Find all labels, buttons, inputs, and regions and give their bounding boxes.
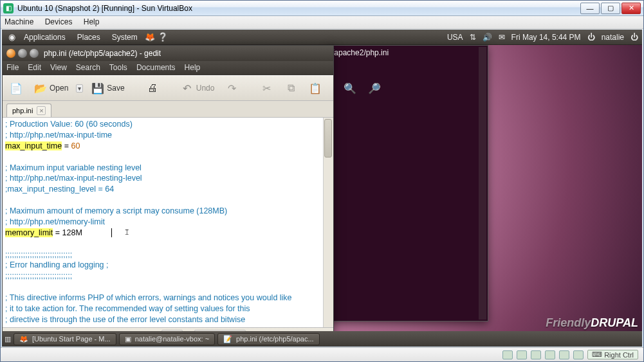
vbox-statusbar: ⌨Right Ctrl bbox=[1, 347, 643, 361]
folder-open-icon: 📂 bbox=[33, 81, 48, 95]
vbox-hdd-icon[interactable] bbox=[502, 350, 513, 359]
tab-label: php.ini bbox=[12, 107, 33, 114]
open-recent-dropdown[interactable]: ▾ bbox=[76, 84, 83, 93]
vbox-menu-help[interactable]: Help bbox=[84, 17, 100, 26]
close-button[interactable]: ✕ bbox=[621, 3, 641, 14]
ini-key: memory_limit bbox=[5, 228, 53, 237]
vbox-titlebar[interactable]: ◧ Ubuntu 10 (Snapshot 2) [Running] - Sun… bbox=[1, 1, 643, 16]
gedit-icon: 📝 bbox=[223, 335, 232, 343]
vbox-cd-icon[interactable] bbox=[517, 350, 527, 359]
vbox-mouse-icon[interactable] bbox=[573, 350, 584, 359]
menu-places[interactable]: Places bbox=[72, 33, 106, 42]
user-menu[interactable]: natalie bbox=[602, 33, 624, 42]
clock[interactable]: Fri May 14, 5:44 PM bbox=[511, 33, 581, 42]
copy-icon: ⧉ bbox=[284, 81, 298, 95]
terminal-output: /apache2/php.ini bbox=[332, 48, 484, 57]
gnome-top-panel[interactable]: ◉ Applications Places System 🦊 ❔ USA ⇅ 🔊… bbox=[2, 30, 642, 45]
vbox-shared-icon[interactable] bbox=[559, 350, 569, 359]
keyboard-indicator[interactable]: USA bbox=[447, 33, 463, 42]
mail-icon[interactable]: ✉ bbox=[499, 33, 505, 42]
menu-system[interactable]: System bbox=[107, 33, 143, 42]
gedit-window[interactable]: php.ini (/etc/php5/apache2) - gedit File… bbox=[2, 45, 334, 342]
taskbar-item-firefox[interactable]: 🦊[Ubuntu Start Page - M... bbox=[14, 333, 116, 345]
editor-scrollbar[interactable] bbox=[323, 118, 333, 327]
taskbar-item-gedit[interactable]: 📝php.ini (/etc/php5/apac... bbox=[217, 333, 319, 345]
gedit-titlebar[interactable]: php.ini (/etc/php5/apache2) - gedit bbox=[3, 46, 333, 61]
virtualbox-window: ◧ Ubuntu 10 (Snapshot 2) [Running] - Sun… bbox=[0, 0, 644, 362]
watermark: FriendlyDRUPAL bbox=[546, 316, 638, 330]
undo-button[interactable]: ↶Undo bbox=[178, 79, 217, 97]
vbox-net-icon[interactable] bbox=[531, 350, 541, 359]
scrollbar-thumb[interactable] bbox=[324, 119, 332, 158]
gedit-close-button[interactable] bbox=[6, 49, 15, 58]
shutdown-icon[interactable]: ⏻ bbox=[587, 33, 595, 42]
redo-button[interactable]: ↷ bbox=[222, 79, 241, 97]
vbox-usb-icon[interactable] bbox=[545, 350, 555, 359]
gedit-title: php.ini (/etc/php5/apache2) - gedit bbox=[44, 49, 161, 58]
gedit-maximize-button[interactable] bbox=[30, 49, 39, 58]
vbox-title: Ubuntu 10 (Snapshot 2) [Running] - Sun V… bbox=[17, 4, 580, 13]
cut-icon: ✂ bbox=[259, 81, 273, 95]
minimize-button[interactable]: — bbox=[580, 3, 600, 14]
maximize-button[interactable]: ▢ bbox=[601, 3, 620, 14]
save-icon: 💾 bbox=[91, 81, 105, 95]
vbox-menubar[interactable]: Machine Devices Help bbox=[1, 16, 643, 29]
vbox-hostkey[interactable]: ⌨Right Ctrl bbox=[587, 350, 638, 359]
print-icon: 🖨 bbox=[145, 81, 160, 95]
search-icon: 🔍 bbox=[343, 81, 357, 95]
ini-key: max_input_time bbox=[5, 141, 62, 150]
redo-icon: ↷ bbox=[225, 81, 239, 95]
gedit-menu-documents[interactable]: Documents bbox=[136, 63, 176, 73]
replace-button[interactable]: 🔎 bbox=[365, 79, 384, 97]
gedit-menubar[interactable]: File Edit View Search Tools Documents He… bbox=[3, 61, 333, 75]
tab-close-icon[interactable]: × bbox=[37, 106, 46, 115]
gedit-tabstrip: php.ini × bbox=[3, 101, 333, 118]
gedit-toolbar: 📄 📂Open ▾ 💾Save 🖨 ↶Undo ↷ ✂ ⧉ 📋 🔍 🔎 bbox=[3, 75, 333, 101]
vbox-menu-machine[interactable]: Machine bbox=[5, 17, 33, 26]
search-replace-icon: 🔎 bbox=[367, 81, 382, 95]
terminal-icon: ▣ bbox=[125, 335, 131, 343]
gedit-menu-view[interactable]: View bbox=[50, 63, 67, 73]
undo-icon: ↶ bbox=[180, 81, 194, 95]
terminal-scrollbar[interactable] bbox=[479, 47, 486, 320]
gedit-menu-file[interactable]: File bbox=[6, 63, 19, 73]
find-button[interactable]: 🔍 bbox=[340, 79, 360, 97]
paste-icon: 📋 bbox=[308, 81, 322, 95]
firefox-icon: 🦊 bbox=[19, 335, 28, 343]
open-button[interactable]: 📂Open bbox=[31, 79, 71, 97]
help-icon[interactable]: ❔ bbox=[157, 32, 169, 42]
volume-icon[interactable]: 🔊 bbox=[483, 33, 492, 42]
vbox-menu-devices[interactable]: Devices bbox=[45, 17, 73, 26]
ubuntu-logo-icon[interactable]: ◉ bbox=[6, 32, 17, 42]
cut-button[interactable]: ✂ bbox=[257, 79, 276, 97]
gedit-menu-help[interactable]: Help bbox=[185, 63, 201, 73]
firefox-icon[interactable]: 🦊 bbox=[144, 32, 156, 42]
save-button[interactable]: 💾Save bbox=[88, 79, 127, 97]
vbox-app-icon: ◧ bbox=[3, 3, 14, 14]
gedit-tab-phpini[interactable]: php.ini × bbox=[6, 104, 51, 117]
show-desktop-icon[interactable]: ▥ bbox=[5, 335, 11, 343]
gedit-menu-search[interactable]: Search bbox=[76, 63, 100, 73]
ubuntu-desktop: ◉ Applications Places System 🦊 ❔ USA ⇅ 🔊… bbox=[2, 30, 642, 347]
gedit-menu-edit[interactable]: Edit bbox=[28, 63, 41, 73]
copy-button[interactable]: ⧉ bbox=[281, 79, 300, 97]
gedit-minimize-button[interactable] bbox=[18, 49, 27, 58]
taskbar-item-terminal[interactable]: ▣natalie@natalie-vbox: ~ bbox=[119, 333, 215, 345]
text-cursor bbox=[111, 228, 112, 237]
editor-area[interactable]: ; Production Value: 60 (60 seconds) ; ht… bbox=[3, 118, 333, 327]
session-icon[interactable]: ⏻ bbox=[630, 33, 638, 42]
print-button[interactable]: 🖨 bbox=[143, 79, 162, 97]
new-button[interactable]: 📄 bbox=[6, 79, 26, 97]
new-file-icon: 📄 bbox=[9, 81, 23, 95]
gedit-menu-tools[interactable]: Tools bbox=[109, 63, 127, 73]
menu-applications[interactable]: Applications bbox=[19, 33, 71, 42]
hostkey-icon: ⌨ bbox=[592, 350, 602, 359]
network-icon[interactable]: ⇅ bbox=[470, 33, 476, 42]
gnome-bottom-panel[interactable]: ▥ 🦊[Ubuntu Start Page - M... ▣natalie@na… bbox=[2, 331, 642, 347]
paste-button[interactable]: 📋 bbox=[306, 79, 325, 97]
